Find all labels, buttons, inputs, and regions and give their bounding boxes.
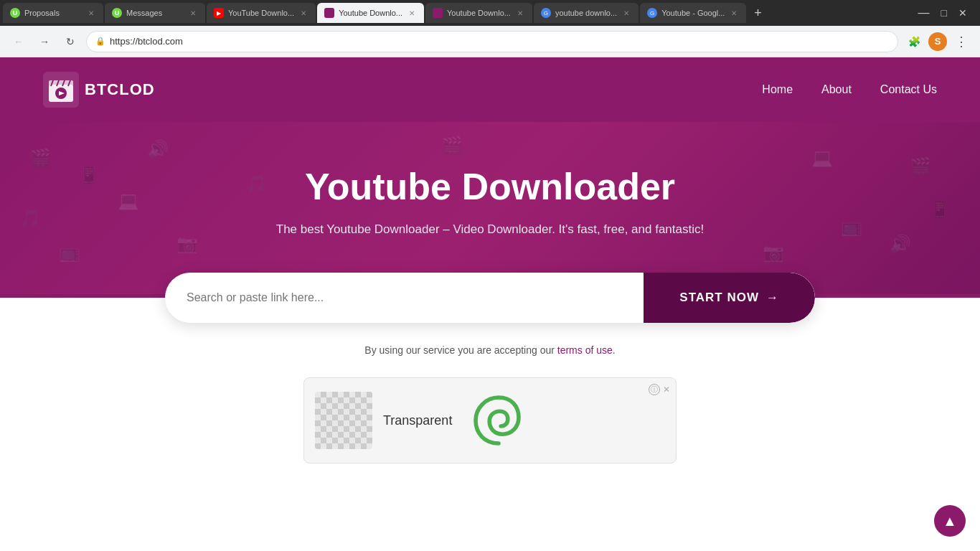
ad-info: ⓘ ✕ [649, 384, 670, 395]
tab-messages-close[interactable]: ✕ [188, 8, 198, 18]
tab-youtube-search[interactable]: G youtube downlo... ✕ [534, 3, 639, 23]
btclod-favicon [324, 8, 334, 18]
tab-messages[interactable]: U Messages ✕ [105, 3, 205, 23]
hero-background-icons: 🎬 📱 🎵 📺 🔊 💻 📷 🎬 📱 🔊 💻 📺 🎵 📷 🎬 [0, 122, 980, 294]
ad-text: Transparent [383, 413, 452, 428]
ad-box: ⓘ ✕ Transparent [303, 377, 677, 463]
search-container-wrapper: START NOW → [0, 273, 980, 323]
address-bar-row: ← → ↻ 🔒 https://btclod.com 🧩 S ⋮ [0, 26, 980, 57]
tab-youtube-dl-3[interactable]: Youtube Downlo... ✕ [425, 3, 532, 23]
nav-contact[interactable]: Contact Us [880, 83, 937, 96]
tab-btclod-label: Youtube Downlo... [339, 9, 402, 17]
tab-youtube-search-label: youtube downlo... [555, 9, 617, 17]
logo-area: BTCLOD [43, 72, 155, 108]
ad-thumbnail [315, 392, 372, 449]
tab-youtube-google[interactable]: G Youtube - Googl... ✕ [640, 3, 746, 23]
tab-youtube-search-close[interactable]: ✕ [621, 8, 631, 18]
hero-section: 🎬 📱 🎵 📺 🔊 💻 📷 🎬 📱 🔊 💻 📺 🎵 📷 🎬 Youtube Do… [0, 122, 980, 294]
search-box: START NOW → [165, 273, 815, 323]
terms-link[interactable]: terms of use [557, 344, 613, 356]
refresh-button[interactable]: ↻ [60, 32, 80, 52]
menu-button[interactable]: ⋮ [951, 32, 971, 52]
tab-youtube-dl-1-label: YouTube Downlo... [228, 9, 294, 17]
tab-youtube-dl-3-label: Youtube Downlo... [447, 9, 511, 17]
btclod-favicon-2 [433, 8, 443, 18]
nav-links: Home About Contact Us [762, 83, 937, 96]
address-text: https://btclod.com [110, 36, 889, 47]
hero-title: Youtube Downloader [14, 165, 966, 208]
scroll-to-top-button[interactable]: ▲ [934, 505, 966, 537]
youtube-favicon-1: ▶ [214, 8, 224, 18]
terms-period: . [613, 344, 616, 356]
extensions-button[interactable]: 🧩 [904, 32, 924, 52]
new-tab-button[interactable]: + [748, 3, 768, 23]
start-now-label: START NOW [679, 291, 759, 305]
tab-proposals-label: Proposals [24, 9, 82, 17]
lock-icon: 🔒 [95, 37, 105, 46]
tab-youtube-google-close[interactable]: ✕ [729, 8, 739, 18]
tab-messages-label: Messages [126, 9, 184, 17]
back-button[interactable]: ← [9, 32, 29, 52]
upwork-favicon-2: U [112, 8, 122, 18]
terms-area: By using our service you are accepting o… [0, 337, 980, 363]
start-now-arrow: → [766, 291, 779, 305]
ad-info-icon[interactable]: ⓘ [649, 384, 660, 395]
tab-bar: U Proposals ✕ U Messages ✕ ▶ YouTube Dow… [0, 0, 980, 26]
minimize-button[interactable]: — [914, 6, 934, 19]
google-favicon-2: G [647, 8, 657, 18]
website-content: BTCLOD Home About Contact Us 🎬 📱 🎵 📺 🔊 💻… [0, 57, 980, 463]
tab-proposals[interactable]: U Proposals ✕ [3, 3, 103, 23]
terms-text: By using our service you are accepting o… [364, 344, 555, 356]
close-window-button[interactable]: ✕ [954, 7, 971, 19]
window-controls: — □ ✕ [914, 6, 977, 19]
forward-button[interactable]: → [34, 32, 55, 52]
ad-close-button[interactable]: ✕ [663, 385, 670, 395]
logo-icon [43, 72, 79, 108]
ad-area: ⓘ ✕ Transparent [0, 377, 980, 463]
browser-chrome: U Proposals ✕ U Messages ✕ ▶ YouTube Dow… [0, 0, 980, 57]
profile-button[interactable]: S [928, 32, 947, 51]
extensions-area: 🧩 S ⋮ [904, 32, 971, 52]
tab-btclod-close[interactable]: ✕ [407, 8, 417, 18]
hero-subtitle: The best Youtube Downloader – Video Down… [14, 222, 966, 237]
google-favicon-1: G [541, 8, 551, 18]
nav-about[interactable]: About [821, 83, 852, 96]
scroll-top-icon: ▲ [943, 513, 957, 529]
tab-proposals-close[interactable]: ✕ [86, 8, 96, 18]
tab-youtube-dl-1[interactable]: ▶ YouTube Downlo... ✕ [207, 3, 316, 23]
ad-logo [463, 385, 534, 456]
tab-btclod-active[interactable]: Youtube Downlo... ✕ [317, 3, 424, 23]
tab-youtube-dl-3-close[interactable]: ✕ [515, 8, 525, 18]
search-input[interactable] [165, 273, 644, 323]
start-now-button[interactable]: START NOW → [644, 273, 815, 323]
tab-youtube-dl-1-close[interactable]: ✕ [298, 8, 308, 18]
address-bar[interactable]: 🔒 https://btclod.com [86, 31, 898, 52]
spiral-icon [470, 392, 527, 449]
site-header: BTCLOD Home About Contact Us [0, 57, 980, 122]
nav-home[interactable]: Home [762, 83, 793, 96]
maximize-button[interactable]: □ [937, 7, 951, 19]
tab-youtube-google-label: Youtube - Googl... [661, 9, 725, 17]
upwork-favicon: U [10, 8, 20, 18]
logo-text: BTCLOD [85, 80, 155, 99]
search-area: START NOW → [0, 273, 980, 323]
